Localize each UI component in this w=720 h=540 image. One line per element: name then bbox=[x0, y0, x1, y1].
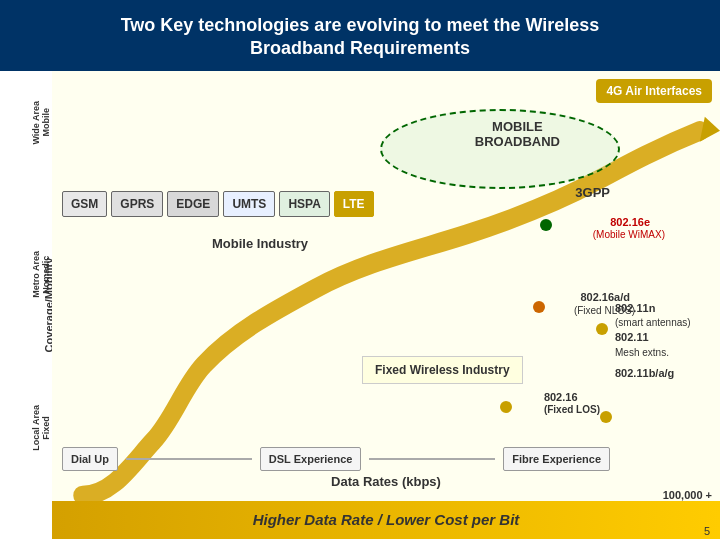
dot-80216e bbox=[540, 219, 552, 231]
tech-umts: UMTS bbox=[223, 191, 275, 217]
bottom-banner-text: Higher Data Rate / Lower Cost per Bit bbox=[253, 511, 520, 528]
dot-80216ad bbox=[533, 301, 545, 313]
label-80216-fixed: 802.16 (Fixed LOS) bbox=[544, 391, 600, 415]
separator-line bbox=[126, 458, 252, 460]
bottom-banner: Higher Data Rate / Lower Cost per Bit bbox=[52, 501, 720, 539]
dot-80211n bbox=[596, 323, 608, 335]
dsl-box: DSL Experience bbox=[260, 447, 362, 471]
dot-80211bag bbox=[600, 411, 612, 423]
data-rates-label: Data Rates (kbps) bbox=[331, 474, 441, 489]
tech-gsm: GSM bbox=[62, 191, 107, 217]
label-80216e-sub: (Mobile WiMAX) bbox=[593, 229, 665, 240]
right-tech-labels: 802.11n (smart antennas) 802.11 Mesh ext… bbox=[615, 301, 715, 381]
page-number: 5 bbox=[704, 525, 710, 537]
label-mobile-industry: Mobile Industry bbox=[212, 236, 308, 251]
tech-edge: EDGE bbox=[167, 191, 219, 217]
header-title: Two Key technologies are evolving to mee… bbox=[121, 15, 600, 35]
main-content: Coverage/Mobility Wide AreaMobile Metro … bbox=[0, 71, 720, 539]
tech-row: GSM GPRS EDGE UMTS HSPA LTE bbox=[62, 191, 374, 217]
dialup-box: Dial Up bbox=[62, 447, 118, 471]
y-label-wide: Wide AreaMobile bbox=[31, 101, 51, 145]
fixed-wireless-label: Fixed Wireless Industry bbox=[362, 356, 523, 384]
label-3gpp: 3GPP bbox=[575, 185, 610, 200]
y-label-local: Local AreaFixed bbox=[31, 405, 51, 451]
page-header: Two Key technologies are evolving to mee… bbox=[0, 0, 720, 71]
mobile-broadband-label: MOBILEBROADBAND bbox=[475, 119, 560, 149]
y-axis: Coverage/Mobility Wide AreaMobile Metro … bbox=[0, 71, 52, 539]
fibre-box: Fibre Experience bbox=[503, 447, 610, 471]
label-80216e: 802.16e bbox=[610, 216, 650, 228]
tech-hspa: HSPA bbox=[279, 191, 329, 217]
label-100k: 100,000 + bbox=[663, 489, 712, 501]
tech-lte: LTE bbox=[334, 191, 374, 217]
separator-line2 bbox=[369, 458, 495, 460]
chart-area: 4G Air Interfaces MOBILEBROADBAND GSM GP… bbox=[52, 71, 720, 539]
header-subtitle: Broadband Requirements bbox=[250, 38, 470, 58]
experience-row: Dial Up DSL Experience Fibre Experience bbox=[62, 447, 610, 471]
badge-4g: 4G Air Interfaces bbox=[596, 79, 712, 103]
dot-80216 bbox=[500, 401, 512, 413]
tech-gprs: GPRS bbox=[111, 191, 163, 217]
y-label-metro: Metro AreaNomadic bbox=[31, 251, 51, 298]
